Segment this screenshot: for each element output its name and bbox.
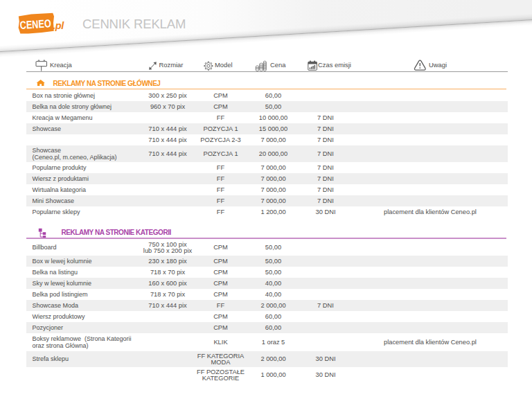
svg-text:CENEO: CENEO: [19, 17, 51, 31]
svg-text:.pl: .pl: [53, 20, 64, 31]
